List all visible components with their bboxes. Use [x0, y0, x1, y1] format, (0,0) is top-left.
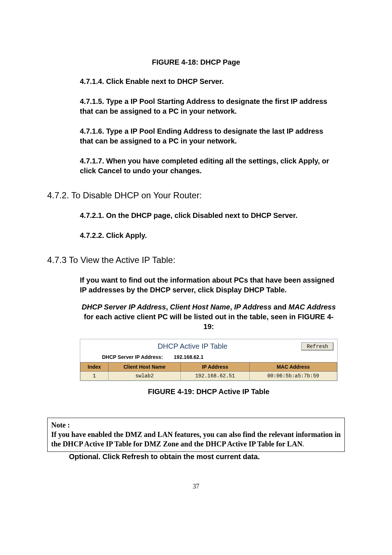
- step-4-7-2-2: 4.7.2.2. Click Apply.: [80, 231, 338, 240]
- dhcp-active-ip-table-figure: DHCP Active IP Table Refresh DHCP Server…: [80, 339, 338, 381]
- after-note-line: Optional. Click Refresh to obtain the mo…: [69, 453, 345, 461]
- paragraph-field-listing: DHCP Server IP Address, Client Host Name…: [80, 302, 338, 332]
- note-body: If you have enabled the DMZ and LAN feat…: [51, 430, 341, 448]
- field-listing-suffix: for each active client PC will be listed…: [84, 313, 334, 331]
- col-ip-address: IP Address: [181, 362, 249, 372]
- cell-host: swlab2: [108, 372, 181, 381]
- cell-index: 1: [81, 372, 109, 381]
- dhcp-active-ip-table: Index Client Host Name IP Address MAC Ad…: [80, 362, 337, 381]
- step-4-7-1-4: 4.7.1.4. Click Enable next to DHCP Serve…: [80, 77, 338, 86]
- figure-4-19-caption: FIGURE 4-19: DHCP Active IP Table: [80, 388, 338, 396]
- step-4-7-1-7: 4.7.1.7. When you have completed editing…: [80, 156, 338, 176]
- step-4-7-1-5: 4.7.1.5. Type a IP Pool Starting Address…: [80, 97, 338, 116]
- field-mac-address: MAC Address: [289, 303, 336, 311]
- step-4-7-1-6: 4.7.1.6. Type a IP Pool Ending Address t…: [80, 126, 338, 146]
- field-dhcp-server-ip: DHCP Server IP Address: [82, 303, 166, 311]
- field-ip-address: IP Address: [234, 303, 271, 311]
- refresh-button[interactable]: Refresh: [301, 343, 334, 351]
- col-mac-address: MAC Address: [249, 362, 337, 372]
- note-trail: .: [302, 440, 304, 448]
- col-index: Index: [81, 362, 109, 372]
- col-client-host-name: Client Host Name: [108, 362, 181, 372]
- sep-1: ,: [166, 303, 170, 311]
- sep-2: ,: [230, 303, 234, 311]
- heading-4-7-2: 4.7.2. To Disable DHCP on Your Router:: [47, 190, 345, 200]
- cell-ip: 192.168.62.51: [181, 372, 249, 381]
- table-row: 1 swlab2 192.168.62.51 00:06:5b:a5:7b:59: [81, 372, 337, 381]
- page-number: 37: [47, 483, 345, 490]
- dhcp-server-ip-value: 192.168.62.1: [174, 354, 204, 360]
- figure-4-18-caption: FIGURE 4-18: DHCP Page: [47, 58, 345, 66]
- sep-3: and: [271, 303, 289, 311]
- dhcp-server-ip-label: DHCP Server IP Address:: [102, 354, 163, 360]
- note-box: Note : If you have enabled the DMZ and L…: [47, 418, 345, 452]
- step-4-7-2-1: 4.7.2.1. On the DHCP page, click Disable…: [80, 211, 338, 220]
- cell-mac: 00:06:5b:a5:7b:59: [249, 372, 337, 381]
- note-label: Note :: [51, 420, 341, 430]
- heading-4-7-3: 4.7.3 To View the Active IP Table:: [47, 255, 345, 265]
- dhcp-table-title: DHCP Active IP Table: [84, 342, 301, 351]
- paragraph-view-active-ip: If you want to find out the information …: [80, 275, 338, 295]
- field-client-host-name: Client Host Name: [170, 303, 230, 311]
